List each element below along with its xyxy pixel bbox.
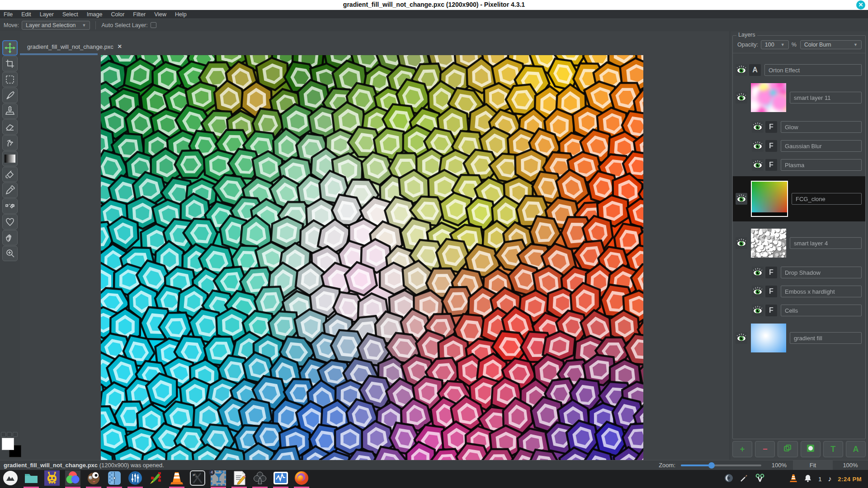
layer-row-cells[interactable]: FCells [733,303,865,318]
menu-edit[interactable]: Edit [21,11,31,18]
dock-photo-app[interactable] [106,470,123,488]
layer-row-gradient-fill[interactable]: gradient fill [733,322,865,354]
menu-select[interactable]: Select [62,11,78,18]
add-mask-button[interactable] [801,441,821,457]
hand-tool[interactable] [2,230,18,245]
layer-name-field[interactable]: Drop Shadow [781,267,862,278]
layer-row-fcg-clone[interactable]: FCG_clone [733,176,865,221]
opacity-dropdown[interactable]: 100 ▼ [761,40,789,49]
layer-name-field[interactable]: Glow [781,121,862,133]
layer-thumbnail[interactable] [751,181,788,217]
canvas-workspace[interactable] [20,55,730,460]
dock-audio-mixer[interactable] [127,470,144,488]
layer-thumbnail[interactable] [751,324,786,352]
menu-filter[interactable]: Filter [133,11,146,18]
auto-select-checkbox[interactable] [151,22,156,28]
scissors-icon[interactable] [755,474,765,484]
layer-row-drop-shadow[interactable]: FDrop Shadow [733,265,865,280]
dock-app-launcher[interactable] [2,470,19,488]
crop-tool[interactable] [2,56,18,71]
layer-visibility-eye-icon[interactable] [752,305,764,316]
delete-layer-button[interactable]: − [755,441,775,457]
duplicate-layer-button[interactable] [778,441,797,457]
layer-visibility-eye-icon[interactable] [736,237,747,249]
zoom-slider[interactable] [681,465,761,466]
add-text-layer-button[interactable]: T [823,441,843,457]
move-tool[interactable] [2,40,18,56]
random-colors-button[interactable] [13,432,18,437]
menu-color[interactable]: Color [111,11,124,18]
pen-tool[interactable] [2,198,18,214]
dock-vlc[interactable] [168,470,185,488]
layer-thumbnail[interactable] [751,83,786,112]
foreground-color-swatch[interactable] [2,438,14,450]
tab-open-file[interactable]: gradient_fill_will_not_change.pxc ✕ [20,39,127,54]
layer-name-field[interactable]: FCG_clone [792,193,862,205]
layer-row-plasma[interactable]: FPlasma [733,157,865,173]
tab-close-icon[interactable]: ✕ [118,43,122,50]
zoom-slider-thumb[interactable] [708,462,715,469]
music-note-icon[interactable]: ♪ [828,475,831,483]
zoom-tool[interactable] [2,246,18,261]
layer-visibility-eye-icon[interactable] [752,286,764,297]
layer-visibility-eye-icon[interactable] [752,267,764,278]
move-mode-dropdown[interactable]: Layer and Selection ▼ [22,21,90,30]
layer-name-field[interactable]: Cells [781,305,862,316]
brush-tool[interactable] [2,88,18,103]
color-picker-tool[interactable] [2,183,18,198]
paintbrush-icon[interactable] [740,474,749,484]
layer-visibility-eye-icon[interactable] [752,159,764,171]
dock-vector-editor[interactable] [147,470,165,488]
close-window-button[interactable]: ✕ [856,0,865,9]
clone-stamp-tool[interactable] [2,103,18,119]
smudge-tool[interactable] [2,135,18,150]
add-layer-button[interactable]: + [732,441,752,457]
layer-visibility-eye-icon[interactable] [736,92,747,103]
dock-file-manager[interactable] [23,470,40,488]
layer-name-field[interactable]: smart layer 4 [790,237,862,249]
layer-visibility-eye-icon[interactable] [736,332,747,344]
layer-visibility-eye-icon[interactable] [736,193,747,205]
shapes-tool[interactable] [2,214,18,230]
layer-name-field[interactable]: Orton Effect [764,64,862,76]
paint-bucket-tool[interactable] [2,167,18,182]
layer-row-glow[interactable]: FGlow [733,119,865,135]
selection-tool[interactable] [2,72,18,87]
dock-terminal[interactable]: >_ [189,470,206,488]
layer-name-field[interactable]: Gaussian Blur [781,140,862,152]
menu-view[interactable]: View [154,11,166,18]
layer-thumbnail[interactable] [751,229,786,258]
menu-image[interactable]: Image [87,11,103,18]
layer-row-gaussian-blur[interactable]: FGaussian Blur [733,138,865,154]
dock-monster-app[interactable] [43,470,61,488]
swap-colors-button[interactable] [7,432,12,437]
blend-mode-dropdown[interactable]: Color Burn ▼ [800,40,862,49]
layer-name-field[interactable]: smart layer 11 [790,92,862,103]
layer-name-field[interactable]: Emboss x hardlight [781,286,862,297]
canvas-image[interactable] [101,55,643,460]
layer-row-smart-layer-4[interactable]: smart layer 4 [733,227,865,259]
layer-visibility-eye-icon[interactable] [752,140,764,152]
dock-wine-app[interactable]: 4 [210,470,227,488]
dock-color-wheel-app[interactable] [64,470,81,488]
display-settings-icon[interactable] [724,474,733,484]
layer-name-field[interactable]: Plasma [781,159,862,171]
dock-solitaire[interactable] [251,470,269,488]
dock-text-editor[interactable] [231,470,248,488]
clock[interactable]: 2:24 PM [838,476,862,483]
dock-firefox[interactable] [293,470,310,488]
gradient-tool[interactable] [2,151,18,166]
menu-help[interactable]: Help [175,11,187,18]
menu-layer[interactable]: Layer [40,11,54,18]
eraser-tool[interactable] [2,119,18,135]
layer-row-orton-effect[interactable]: AOrton Effect [733,62,865,78]
dock-gimp[interactable] [85,470,102,488]
fit-button[interactable]: Fit [793,460,833,470]
layer-row-smart-layer-11[interactable]: smart layer 11 [733,81,865,114]
layer-visibility-eye-icon[interactable] [752,121,764,133]
layer-name-field[interactable]: gradient fill [790,332,862,344]
default-colors-button[interactable] [1,432,6,437]
layer-visibility-eye-icon[interactable] [736,64,747,76]
layer-row-emboss-x-hardlight[interactable]: FEmboss x hardlight [733,284,865,299]
vlc-tray-icon[interactable] [789,474,797,484]
